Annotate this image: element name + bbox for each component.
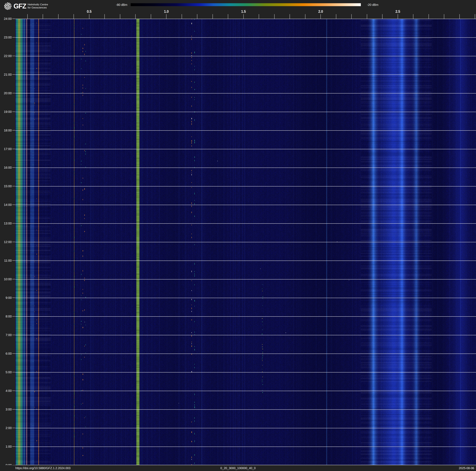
freq-minor-tick [321, 14, 321, 19]
freq-minor-tick [475, 14, 475, 19]
time-tick-label: 20:00 [0, 91, 12, 95]
time-tick-label: 10:00 [0, 277, 12, 281]
freq-minor-tick [259, 14, 259, 19]
time-tick [12, 298, 15, 298]
freq-minor-tick [182, 14, 182, 19]
time-tick [12, 316, 15, 317]
time-tick-label: 23:00 [0, 36, 12, 39]
time-tick [12, 260, 15, 261]
time-tick-label: 22:00 [0, 54, 12, 58]
freq-minor-tick [336, 14, 336, 19]
spectrogram-canvas[interactable] [15, 19, 476, 465]
time-tick-label: 12:00 [0, 240, 12, 244]
freq-minor-tick [89, 14, 89, 19]
time-tick-label: 18:00 [0, 128, 12, 132]
freq-minor-tick [382, 14, 382, 19]
freq-tick-label: 1.5 [241, 10, 246, 14]
time-tick [12, 205, 15, 205]
time-tick [12, 353, 15, 354]
freq-minor-tick [166, 14, 167, 19]
time-tick [12, 37, 15, 37]
time-tick [12, 18, 15, 19]
freq-minor-tick [197, 14, 197, 19]
time-tick [12, 409, 15, 410]
time-tick-label: 17:00 [0, 147, 12, 151]
freq-tick-label: 2.5 [395, 10, 400, 14]
time-tick-label: 8:00 [0, 314, 12, 318]
freq-tick-label: 1.0 [164, 10, 169, 14]
freq-minor-tick [135, 14, 136, 19]
time-tick [12, 130, 15, 130]
colorbar-gradient [131, 3, 361, 6]
date-label: 2025-08-06 [459, 466, 474, 470]
time-tick [12, 372, 15, 372]
time-tick [12, 186, 15, 186]
freq-minor-tick [274, 14, 274, 19]
time-tick-label: 16:00 [0, 166, 12, 169]
freq-minor-tick [444, 14, 444, 19]
freq-minor-tick [413, 14, 413, 19]
freq-minor-tick [58, 14, 58, 19]
time-tick-label: 6:00 [0, 352, 12, 355]
time-tick-label: 4:00 [0, 389, 12, 393]
time-tick [12, 335, 15, 335]
time-tick-label: 24:00 [0, 17, 12, 21]
freq-minor-tick [367, 14, 367, 19]
time-tick-label: 3:00 [0, 408, 12, 411]
freq-minor-tick [228, 14, 228, 19]
time-tick [12, 242, 15, 242]
time-tick [12, 279, 15, 279]
doi-link[interactable]: https://doi.org/10.5880/GFZ.1.2.2024.003 [15, 466, 70, 470]
time-tick [12, 149, 15, 149]
logo-subtitle-line2: for Geosciences [28, 6, 47, 9]
freq-minor-tick [428, 14, 429, 19]
footer: https://doi.org/10.5880/GFZ.1.2.2024.003… [0, 465, 476, 471]
colorbar-min-label: -80 dBm [116, 3, 127, 7]
freq-minor-tick [27, 14, 28, 19]
freq-minor-tick [398, 14, 398, 19]
logo-org-text: GFZ [14, 3, 26, 10]
time-tick [12, 74, 15, 75]
time-tick-label: 21:00 [0, 73, 12, 76]
time-tick-label: 9:00 [0, 296, 12, 300]
time-tick-label: 15:00 [0, 184, 12, 188]
time-tick [12, 93, 15, 93]
time-tick-label: 19:00 [0, 110, 12, 114]
time-tick [12, 56, 15, 56]
time-tick [12, 167, 15, 168]
freq-minor-tick [289, 14, 290, 19]
gfz-logo-icon [4, 2, 12, 10]
time-tick-label: 5:00 [0, 370, 12, 374]
freq-tick-label: 2.0 [318, 10, 323, 14]
freq-minor-tick [213, 14, 213, 19]
logo-subtitle-line1: Helmholtz Centre [28, 3, 48, 6]
time-tick-label: 14:00 [0, 203, 12, 207]
time-tick-label: 2:00 [0, 426, 12, 430]
time-tick [12, 428, 15, 428]
gfz-logo: GFZ Helmholtz Centre for Geosciences [4, 2, 48, 10]
time-tick [12, 223, 15, 223]
freq-minor-tick [459, 14, 460, 19]
time-tick-label: 13:00 [0, 221, 12, 225]
time-tick [12, 391, 15, 391]
freq-minor-tick [305, 14, 306, 19]
logo-subtitle: Helmholtz Centre for Geosciences [28, 3, 48, 9]
freq-minor-tick [120, 14, 120, 19]
time-tick-label: 1:00 [0, 445, 12, 448]
spectrogram-page: GFZ Helmholtz Centre for Geosciences -80… [0, 0, 476, 471]
dataset-id: 0_20_3000_100000_40_0 [220, 466, 255, 470]
colorbar-max-label: -20 dBm [367, 3, 378, 7]
time-tick [12, 112, 15, 112]
freq-minor-tick [351, 14, 352, 19]
freq-minor-tick [151, 14, 151, 19]
freq-minor-tick [74, 14, 74, 19]
time-tick-label: 7:00 [0, 333, 12, 337]
freq-minor-tick [104, 14, 105, 19]
freq-minor-tick [243, 14, 244, 19]
freq-tick-label: 0.5 [87, 10, 91, 14]
time-tick [12, 446, 15, 447]
freq-minor-tick [43, 14, 43, 19]
time-tick-label: 11:00 [0, 259, 12, 262]
